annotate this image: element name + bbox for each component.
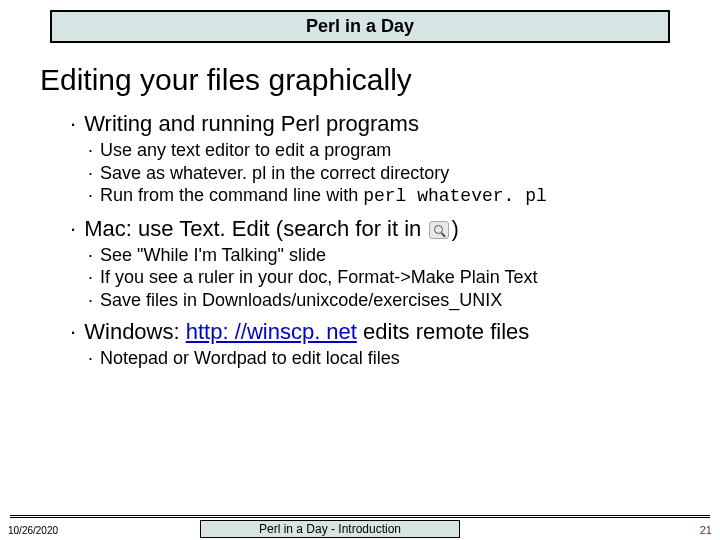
footer-page-number: 21 bbox=[700, 524, 712, 536]
subbullet-text: Save files in Downloads/unixcode/exercis… bbox=[100, 290, 502, 310]
subbullet: Run from the command line with perl what… bbox=[88, 184, 700, 208]
subbullet: If you see a ruler in your doc, Format->… bbox=[88, 266, 700, 289]
subbullet: Save as whatever. pl in the correct dire… bbox=[88, 162, 700, 185]
footer-rule bbox=[10, 515, 710, 518]
winscp-link[interactable]: http: //winscp. net bbox=[186, 319, 357, 344]
bullet-text-pre: Windows: bbox=[84, 319, 185, 344]
header-title-box: Perl in a Day bbox=[50, 10, 670, 43]
slide-title: Editing your files graphically bbox=[40, 63, 720, 97]
code-text: perl whatever. pl bbox=[363, 186, 547, 206]
bullet-text-pre: Mac: use Text. Edit (search for it in bbox=[84, 216, 427, 241]
slide-content: Writing and running Perl programs Use an… bbox=[70, 111, 700, 370]
bullet-text-post: edits remote files bbox=[357, 319, 529, 344]
footer-center-box: Perl in a Day - Introduction bbox=[200, 520, 460, 538]
subbullet-text: Save as whatever. pl in the correct dire… bbox=[100, 163, 449, 183]
footer: 10/26/2020 Perl in a Day - Introduction … bbox=[0, 514, 720, 540]
subbullet-text: Run from the command line with bbox=[100, 185, 363, 205]
subbullet-text: Notepad or Wordpad to edit local files bbox=[100, 348, 400, 368]
subbullet-text: If you see a ruler in your doc, Format->… bbox=[100, 267, 537, 287]
bullet-writing-running: Writing and running Perl programs bbox=[70, 111, 700, 137]
subbullet: See "While I'm Talking" slide bbox=[88, 244, 700, 267]
footer-center-text: Perl in a Day - Introduction bbox=[259, 522, 401, 536]
subbullet: Use any text editor to edit a program bbox=[88, 139, 700, 162]
bullet-text-post: ) bbox=[451, 216, 458, 241]
bullet-mac: Mac: use Text. Edit (search for it in ) bbox=[70, 216, 700, 242]
subbullet: Save files in Downloads/unixcode/exercis… bbox=[88, 289, 700, 312]
bullet-windows: Windows: http: //winscp. net edits remot… bbox=[70, 319, 700, 345]
header-title: Perl in a Day bbox=[306, 16, 414, 36]
footer-date: 10/26/2020 bbox=[8, 525, 58, 536]
subbullet-text: Use any text editor to edit a program bbox=[100, 140, 391, 160]
bullet-text: Writing and running Perl programs bbox=[84, 111, 419, 136]
subbullet: Notepad or Wordpad to edit local files bbox=[88, 347, 700, 370]
spotlight-search-icon bbox=[429, 221, 449, 239]
subbullet-text: See "While I'm Talking" slide bbox=[100, 245, 326, 265]
